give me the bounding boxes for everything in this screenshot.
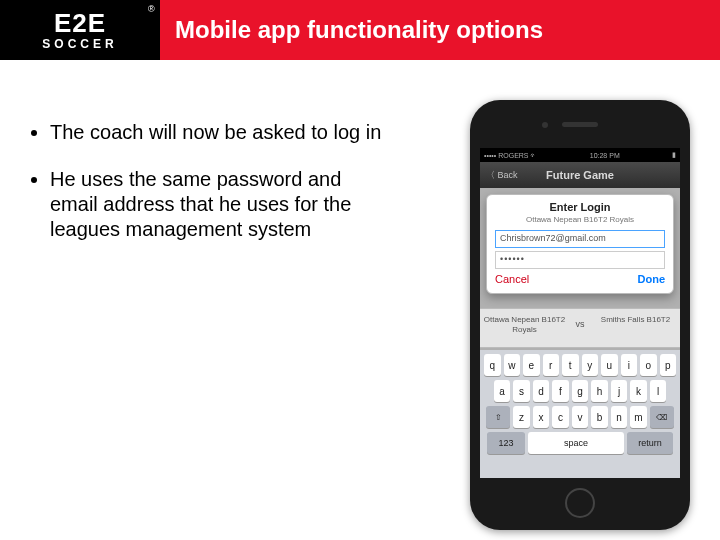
- key-t[interactable]: t: [562, 354, 579, 376]
- numbers-key[interactable]: 123: [487, 432, 525, 454]
- key-z[interactable]: z: [513, 406, 530, 428]
- key-c[interactable]: c: [552, 406, 569, 428]
- key-p[interactable]: p: [660, 354, 677, 376]
- password-field[interactable]: ••••••: [495, 251, 665, 269]
- key-w[interactable]: w: [504, 354, 521, 376]
- status-bar: ••••• ROGERS ᯤ 10:28 PM ▮: [480, 148, 680, 162]
- key-a[interactable]: a: [494, 380, 511, 402]
- key-e[interactable]: e: [523, 354, 540, 376]
- status-carrier: ••••• ROGERS ᯤ: [484, 152, 537, 159]
- shift-key[interactable]: ⇧: [486, 406, 510, 428]
- key-j[interactable]: j: [611, 380, 628, 402]
- cancel-button[interactable]: Cancel: [495, 273, 529, 285]
- keyboard-row-4: 123 space return: [483, 432, 677, 454]
- team-vs: vs: [569, 309, 591, 347]
- slide-header: E2E SOCCER ® Mobile app functionality op…: [0, 0, 720, 60]
- logo-main-text: E2E: [54, 10, 106, 36]
- team-right: Smiths Falls B16T2: [591, 309, 680, 347]
- login-title: Enter Login: [495, 201, 665, 213]
- keyboard-row-2: asdfghjkl: [483, 380, 677, 402]
- keyboard-row-3: ⇧ zxcvbnm ⌫: [483, 406, 677, 428]
- key-i[interactable]: i: [621, 354, 638, 376]
- status-battery-icon: ▮: [672, 151, 676, 159]
- key-r[interactable]: r: [543, 354, 560, 376]
- key-v[interactable]: v: [572, 406, 589, 428]
- key-s[interactable]: s: [513, 380, 530, 402]
- key-o[interactable]: o: [640, 354, 657, 376]
- login-dialog: Enter Login Ottawa Nepean B16T2 Royals C…: [486, 194, 674, 294]
- phone-earpiece-icon: [562, 122, 598, 127]
- key-b[interactable]: b: [591, 406, 608, 428]
- home-button-icon[interactable]: [565, 488, 595, 518]
- login-subtitle: Ottawa Nepean B16T2 Royals: [495, 215, 665, 224]
- team-left: Ottawa Nepean B16T2 Royals: [480, 309, 569, 347]
- key-f[interactable]: f: [552, 380, 569, 402]
- key-m[interactable]: m: [630, 406, 647, 428]
- key-d[interactable]: d: [533, 380, 550, 402]
- key-n[interactable]: n: [611, 406, 628, 428]
- bullet-item: The coach will now be asked to log in: [50, 120, 400, 145]
- return-key[interactable]: return: [627, 432, 673, 454]
- key-x[interactable]: x: [533, 406, 550, 428]
- registered-mark: ®: [148, 4, 155, 14]
- email-field[interactable]: Chrisbrown72@gmail.com: [495, 230, 665, 248]
- brand-logo: E2E SOCCER: [0, 0, 160, 60]
- login-button-row: Cancel Done: [495, 273, 665, 285]
- key-h[interactable]: h: [591, 380, 608, 402]
- status-time: 10:28 PM: [590, 152, 620, 159]
- space-key[interactable]: space: [528, 432, 624, 454]
- backspace-key[interactable]: ⌫: [650, 406, 674, 428]
- matchup-row: Ottawa Nepean B16T2 Royals vs Smiths Fal…: [480, 308, 680, 348]
- phone-body: ••••• ROGERS ᯤ 10:28 PM ▮ 〈 Back Future …: [470, 100, 690, 530]
- phone-screen: ••••• ROGERS ᯤ 10:28 PM ▮ 〈 Back Future …: [480, 148, 680, 478]
- bullet-list: The coach will now be asked to log in He…: [0, 100, 420, 264]
- key-y[interactable]: y: [582, 354, 599, 376]
- key-u[interactable]: u: [601, 354, 618, 376]
- key-q[interactable]: q: [484, 354, 501, 376]
- bullet-item: He uses the same password and email addr…: [50, 167, 400, 242]
- phone-camera-icon: [542, 122, 548, 128]
- on-screen-keyboard: qwertyuiop asdfghjkl ⇧ zxcvbnm ⌫ 123 spa…: [480, 350, 680, 478]
- key-k[interactable]: k: [630, 380, 647, 402]
- done-button[interactable]: Done: [638, 273, 666, 285]
- key-l[interactable]: l: [650, 380, 667, 402]
- key-g[interactable]: g: [572, 380, 589, 402]
- logo-sub-text: SOCCER: [42, 38, 117, 50]
- slide-title: Mobile app functionality options: [175, 16, 543, 44]
- phone-mockup: ••••• ROGERS ᯤ 10:28 PM ▮ 〈 Back Future …: [470, 100, 690, 530]
- keyboard-row-1: qwertyuiop: [483, 354, 677, 376]
- nav-bar: 〈 Back Future Game: [480, 162, 680, 188]
- nav-title: Future Game: [480, 169, 680, 181]
